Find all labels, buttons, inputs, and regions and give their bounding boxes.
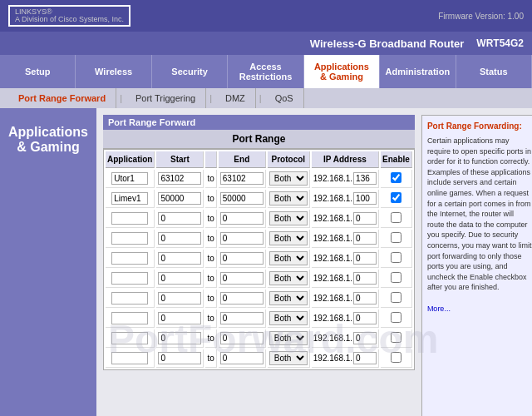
- checkbox-enable[interactable]: [391, 172, 401, 183]
- cell-app: [106, 349, 155, 368]
- table-row: toBothTCPUDP192.168.1.: [106, 210, 412, 228]
- select-protocol[interactable]: BothTCPUDP: [269, 171, 308, 186]
- select-protocol[interactable]: BothTCPUDP: [269, 331, 308, 345]
- input-ip-last[interactable]: [353, 292, 377, 305]
- subnav-qos[interactable]: QoS: [265, 88, 304, 108]
- checkbox-enable[interactable]: [391, 352, 401, 363]
- input-end[interactable]: [220, 292, 264, 305]
- main-content: Port Range Forward Port Range Applicatio…: [96, 108, 532, 416]
- select-protocol[interactable]: BothTCPUDP: [269, 351, 308, 365]
- input-app[interactable]: [111, 312, 148, 324]
- select-protocol[interactable]: BothTCPUDP: [269, 291, 308, 305]
- select-protocol[interactable]: BothTCPUDP: [269, 311, 308, 325]
- input-ip-last[interactable]: [353, 192, 377, 205]
- input-ip-last[interactable]: [353, 312, 377, 324]
- input-app[interactable]: [111, 172, 148, 185]
- input-end[interactable]: [220, 212, 264, 225]
- input-end[interactable]: [220, 232, 264, 245]
- input-app[interactable]: [111, 292, 148, 305]
- nav-status[interactable]: Status: [456, 55, 532, 88]
- nav-security[interactable]: Security: [152, 55, 228, 88]
- input-end[interactable]: [220, 312, 264, 324]
- ip-prefix: 192.168.1.: [313, 334, 352, 343]
- input-end[interactable]: [220, 272, 264, 285]
- input-end[interactable]: [220, 172, 264, 185]
- input-ip-last[interactable]: [353, 252, 377, 265]
- input-ip-last[interactable]: [353, 212, 377, 225]
- cell-start: [156, 290, 204, 308]
- input-start[interactable]: [158, 252, 201, 265]
- input-ip-last[interactable]: [353, 172, 377, 185]
- checkbox-enable[interactable]: [391, 192, 401, 203]
- nav-setup[interactable]: Setup: [0, 55, 76, 88]
- sub-nav-sep-1: |: [116, 93, 126, 103]
- col-ip: IP Address: [312, 151, 379, 168]
- input-start[interactable]: [158, 212, 201, 225]
- sidebar-title: Applications& Gaming: [0, 116, 96, 163]
- input-end[interactable]: [220, 352, 264, 364]
- input-ip-last[interactable]: [353, 332, 377, 344]
- input-start[interactable]: [158, 232, 201, 245]
- select-protocol[interactable]: BothTCPUDP: [269, 271, 308, 285]
- input-start[interactable]: [158, 192, 201, 205]
- input-app[interactable]: [111, 232, 148, 245]
- input-ip-last[interactable]: [353, 352, 377, 364]
- subnav-port-range-forward[interactable]: Port Range Forward: [8, 88, 116, 108]
- cell-end: [219, 329, 266, 348]
- input-start[interactable]: [158, 172, 201, 185]
- cell-end: [219, 270, 266, 288]
- input-app[interactable]: [111, 212, 148, 225]
- input-start[interactable]: [158, 292, 201, 305]
- cell-protocol: BothTCPUDP: [268, 329, 310, 348]
- nav-administration[interactable]: Administration: [380, 55, 456, 88]
- input-end[interactable]: [220, 252, 264, 265]
- nav-wireless[interactable]: Wireless: [76, 55, 151, 88]
- input-app[interactable]: [111, 352, 148, 364]
- nav-access-restrictions[interactable]: AccessRestrictions: [228, 55, 303, 88]
- checkbox-enable[interactable]: [391, 292, 401, 303]
- checkbox-enable[interactable]: [391, 272, 401, 283]
- input-end[interactable]: [220, 192, 264, 205]
- cell-enable: [381, 270, 412, 288]
- nav-applications-gaming[interactable]: Applications& Gaming: [304, 55, 380, 88]
- cell-start: [156, 310, 204, 328]
- input-start[interactable]: [158, 312, 201, 324]
- input-start[interactable]: [158, 272, 201, 285]
- input-app[interactable]: [111, 332, 148, 344]
- help-more-link[interactable]: More...: [427, 305, 451, 313]
- checkbox-enable[interactable]: [391, 332, 401, 343]
- checkbox-enable[interactable]: [391, 312, 401, 323]
- col-protocol: Protocol: [268, 151, 310, 168]
- checkbox-enable[interactable]: [391, 232, 401, 243]
- select-protocol[interactable]: BothTCPUDP: [269, 251, 308, 265]
- input-ip-last[interactable]: [353, 232, 377, 245]
- table-row: toBothTCPUDP192.168.1.: [106, 270, 412, 288]
- subnav-dmz[interactable]: DMZ: [215, 88, 256, 108]
- main-nav: Setup Wireless Security AccessRestrictio…: [0, 55, 532, 88]
- sidebar: Applications& Gaming: [0, 108, 96, 416]
- input-app[interactable]: [111, 192, 148, 205]
- ip-prefix: 192.168.1.: [313, 354, 352, 363]
- input-app[interactable]: [111, 272, 148, 285]
- cell-start: [156, 250, 204, 268]
- checkbox-enable[interactable]: [391, 252, 401, 263]
- input-app[interactable]: [111, 252, 148, 265]
- ip-prefix: 192.168.1.: [313, 214, 352, 223]
- subnav-port-triggering[interactable]: Port Triggering: [126, 88, 206, 108]
- cell-protocol: BothTCPUDP: [268, 250, 310, 268]
- checkbox-enable[interactable]: [391, 212, 401, 223]
- input-ip-last[interactable]: [353, 272, 377, 285]
- cell-ip: 192.168.1.: [312, 170, 379, 188]
- input-start[interactable]: [158, 352, 201, 364]
- ip-prefix: 192.168.1.: [313, 294, 352, 303]
- input-start[interactable]: [158, 332, 201, 344]
- select-protocol[interactable]: BothTCPUDP: [269, 191, 308, 206]
- help-panel: Port Range Forwarding: Certain applicati…: [421, 115, 532, 416]
- select-protocol[interactable]: BothTCPUDP: [269, 211, 308, 225]
- cell-ip: 192.168.1.: [312, 270, 379, 288]
- table-row: toBothTCPUDP192.168.1.: [106, 190, 412, 208]
- cell-ip: 192.168.1.: [312, 210, 379, 228]
- select-protocol[interactable]: BothTCPUDP: [269, 231, 308, 245]
- input-end[interactable]: [220, 332, 264, 344]
- table-caption: Port Range: [103, 130, 415, 149]
